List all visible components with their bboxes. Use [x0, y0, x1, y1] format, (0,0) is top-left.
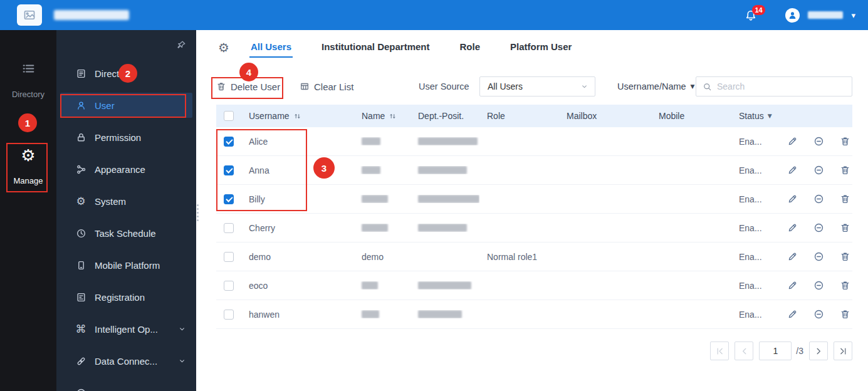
rail-item-manage[interactable]: ⚙ Manage — [0, 147, 56, 185]
row-checkbox[interactable] — [224, 223, 234, 233]
cell-username: Cherry — [241, 223, 354, 233]
table-row[interactable]: eoco Ena... — [216, 271, 852, 300]
unpin-icon[interactable] — [176, 39, 186, 50]
command-icon: ⌘ — [75, 323, 86, 335]
row-checkbox[interactable] — [224, 310, 234, 320]
disable-icon[interactable] — [813, 309, 824, 320]
next-page-button[interactable] — [809, 341, 828, 360]
column-header-label: Dept.-Posit. — [418, 111, 464, 121]
sidebar-item-registration[interactable]: Registration — [60, 284, 192, 310]
table-row[interactable]: hanwen Ena... — [216, 300, 852, 329]
app-logo[interactable] — [17, 4, 42, 26]
select-all-checkbox[interactable] — [224, 111, 234, 121]
disable-icon[interactable] — [813, 251, 824, 262]
column-header-mobile[interactable]: Mobile — [651, 111, 731, 121]
delete-user-button[interactable]: Delete User — [216, 75, 280, 98]
row-checkbox[interactable] — [224, 194, 234, 204]
search-input[interactable] — [717, 81, 845, 91]
column-header-username[interactable]: Username — [241, 111, 354, 121]
tab-role[interactable]: Role — [459, 38, 482, 58]
panel-resize-handle[interactable] — [197, 204, 199, 221]
tab-institutional-department[interactable]: Institutional Department — [320, 38, 431, 58]
redacted-text — [362, 137, 380, 145]
sidebar-item-appearance[interactable]: Appearance — [60, 157, 192, 182]
disable-icon[interactable] — [813, 280, 824, 291]
rail-item-directory[interactable]: Directory — [0, 61, 56, 99]
edit-icon[interactable] — [787, 309, 798, 320]
edit-icon[interactable] — [787, 280, 798, 291]
sidebar-item-directory[interactable]: Directory — [60, 61, 192, 86]
table-row[interactable]: demo demo Normal role1 Ena... — [216, 242, 852, 271]
column-header-name[interactable]: Name — [354, 111, 410, 121]
disable-icon[interactable] — [813, 194, 824, 204]
delete-icon[interactable] — [840, 309, 850, 320]
disable-icon[interactable] — [813, 222, 824, 233]
notification-bell-icon[interactable]: 14 — [745, 8, 758, 23]
app-window: 14 ▾ Directory ⚙ Manage Directory User — [0, 0, 868, 391]
left-rail: Directory ⚙ Manage — [0, 30, 56, 391]
row-checkbox[interactable] — [224, 137, 234, 147]
page-input[interactable] — [759, 341, 792, 360]
cell-actions — [780, 251, 852, 262]
user-menu-caret-icon[interactable]: ▾ — [851, 11, 855, 19]
sort-icon[interactable] — [293, 112, 301, 120]
delete-icon[interactable] — [840, 280, 850, 291]
tab-settings-icon[interactable]: ⚙ — [218, 41, 229, 54]
delete-icon[interactable] — [840, 251, 850, 262]
sidebar-item-partial[interactable] — [60, 380, 192, 391]
cell-status: Ena... — [731, 252, 780, 262]
directory-menu-icon — [21, 61, 36, 76]
sidebar-item-system[interactable]: ⚙ System — [60, 189, 192, 214]
table-row[interactable]: Alice Ena... — [216, 127, 852, 156]
disable-icon[interactable] — [813, 165, 824, 175]
user-source-value: All Users — [488, 81, 580, 91]
column-header-role[interactable]: Role — [479, 111, 559, 121]
tab-all-users[interactable]: All Users — [249, 38, 293, 58]
sidebar-item-data-connection[interactable]: Data Connec... — [60, 348, 192, 373]
cell-status: Ena... — [731, 310, 780, 320]
search-box[interactable] — [696, 76, 852, 96]
clock-icon — [75, 227, 86, 239]
column-header-dept[interactable]: Dept.-Posit. — [410, 111, 479, 121]
delete-icon[interactable] — [840, 165, 850, 175]
user-source-label: User Source — [419, 75, 469, 98]
tab-platform-user[interactable]: Platform User — [509, 38, 573, 58]
table-row[interactable]: Billy Ena... — [216, 185, 852, 214]
delete-icon[interactable] — [840, 222, 850, 233]
edit-icon[interactable] — [787, 222, 798, 233]
delete-icon[interactable] — [840, 136, 850, 147]
sidebar-item-task-schedule[interactable]: Task Schedule — [60, 221, 192, 246]
cell-name: demo — [354, 252, 410, 262]
last-page-button[interactable] — [834, 341, 852, 360]
edit-icon[interactable] — [787, 136, 798, 147]
prev-page-button[interactable] — [735, 341, 753, 360]
edit-icon[interactable] — [787, 194, 798, 204]
chevron-down-icon — [178, 323, 186, 335]
table-row[interactable]: Cherry Ena... — [216, 214, 852, 242]
disable-icon[interactable] — [813, 136, 824, 147]
cell-name — [354, 281, 410, 289]
sidebar-item-user[interactable]: User — [60, 93, 192, 118]
delete-icon[interactable] — [840, 194, 850, 204]
sidebar-item-mobile-platform[interactable]: Mobile Platform — [60, 253, 192, 278]
status-filter-icon[interactable]: ▼ — [768, 113, 772, 119]
user-avatar[interactable] — [785, 8, 800, 23]
search-field-selector[interactable]: Username/Name ▼ — [617, 75, 695, 98]
cell-dept — [410, 166, 479, 174]
column-header-status[interactable]: Status ▼ — [731, 111, 780, 121]
user-source-select[interactable]: All Users — [479, 76, 595, 96]
appearance-icon — [75, 164, 86, 175]
search-field-label: Username/Name — [617, 81, 686, 91]
edit-icon[interactable] — [787, 251, 798, 262]
first-page-button[interactable] — [710, 341, 729, 360]
edit-icon[interactable] — [787, 165, 798, 175]
table-row[interactable]: Anna Ena... — [216, 156, 852, 185]
row-checkbox[interactable] — [224, 252, 234, 262]
row-checkbox[interactable] — [224, 165, 234, 175]
sort-icon[interactable] — [389, 112, 397, 120]
sidebar-item-intelligent-op[interactable]: ⌘ Intelligent Op... — [60, 316, 192, 341]
sidebar-item-permission[interactable]: Permission — [60, 125, 192, 150]
column-header-mailbox[interactable]: Mailbox — [559, 111, 651, 121]
row-checkbox[interactable] — [224, 281, 234, 291]
clear-list-button[interactable]: Clear List — [300, 75, 353, 98]
